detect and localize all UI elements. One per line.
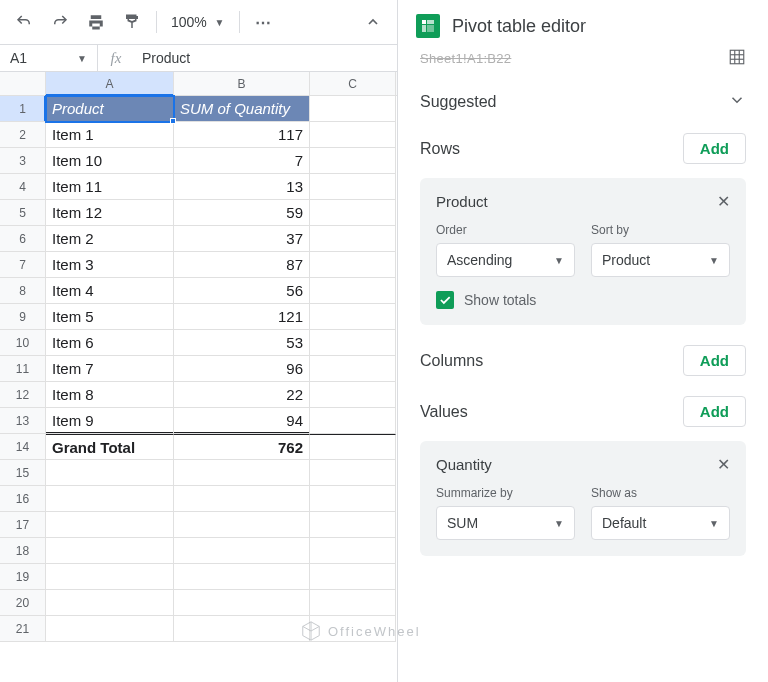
cell[interactable]: Item 6 bbox=[46, 330, 174, 356]
cell[interactable] bbox=[310, 122, 396, 148]
row-header[interactable]: 8 bbox=[0, 278, 46, 304]
row-header[interactable]: 19 bbox=[0, 564, 46, 590]
row-header[interactable]: 17 bbox=[0, 512, 46, 538]
redo-button[interactable] bbox=[44, 6, 76, 38]
sortby-select[interactable]: Product▼ bbox=[591, 243, 730, 277]
row-header[interactable]: 21 bbox=[0, 616, 46, 642]
cell[interactable] bbox=[310, 174, 396, 200]
cell[interactable]: 59 bbox=[174, 200, 310, 226]
row-header[interactable]: 9 bbox=[0, 304, 46, 330]
row-header[interactable]: 4 bbox=[0, 174, 46, 200]
showas-select[interactable]: Default▼ bbox=[591, 506, 730, 540]
zoom-select[interactable]: 100% ▼ bbox=[165, 8, 231, 36]
row-header[interactable]: 15 bbox=[0, 460, 46, 486]
cell[interactable] bbox=[174, 486, 310, 512]
row-header[interactable]: 16 bbox=[0, 486, 46, 512]
cell[interactable] bbox=[174, 590, 310, 616]
more-button[interactable]: ⋯ bbox=[248, 6, 280, 38]
cell[interactable] bbox=[310, 148, 396, 174]
show-totals-checkbox[interactable] bbox=[436, 291, 454, 309]
cell[interactable]: Item 9 bbox=[46, 408, 174, 434]
cell[interactable] bbox=[46, 564, 174, 590]
summarize-select[interactable]: SUM▼ bbox=[436, 506, 575, 540]
cell[interactable]: Grand Total bbox=[46, 434, 174, 460]
cell[interactable] bbox=[174, 512, 310, 538]
cell[interactable]: Item 5 bbox=[46, 304, 174, 330]
collapse-toolbar-button[interactable] bbox=[357, 6, 389, 38]
cell[interactable] bbox=[46, 538, 174, 564]
cell[interactable]: 94 bbox=[174, 408, 310, 434]
cell[interactable] bbox=[310, 330, 396, 356]
suggested-section[interactable]: Suggested bbox=[420, 91, 746, 113]
cell[interactable] bbox=[174, 564, 310, 590]
cell[interactable]: 96 bbox=[174, 356, 310, 382]
paint-format-button[interactable] bbox=[116, 6, 148, 38]
cell[interactable]: 13 bbox=[174, 174, 310, 200]
cell[interactable]: Item 10 bbox=[46, 148, 174, 174]
cell[interactable] bbox=[310, 252, 396, 278]
row-header[interactable]: 6 bbox=[0, 226, 46, 252]
cell[interactable] bbox=[310, 486, 396, 512]
cell[interactable] bbox=[310, 304, 396, 330]
close-icon[interactable]: ✕ bbox=[717, 455, 730, 474]
cell[interactable] bbox=[46, 486, 174, 512]
cell[interactable] bbox=[310, 590, 396, 616]
row-header[interactable]: 11 bbox=[0, 356, 46, 382]
row-header[interactable]: 14 bbox=[0, 434, 46, 460]
cell[interactable] bbox=[46, 590, 174, 616]
col-header-b[interactable]: B bbox=[174, 72, 310, 95]
cell[interactable] bbox=[310, 512, 396, 538]
cell[interactable] bbox=[310, 278, 396, 304]
col-header-c[interactable]: C bbox=[310, 72, 396, 95]
cell[interactable]: 7 bbox=[174, 148, 310, 174]
data-range[interactable]: Sheet1!A1:B22 bbox=[420, 51, 511, 66]
cell[interactable] bbox=[310, 226, 396, 252]
undo-button[interactable] bbox=[8, 6, 40, 38]
cell[interactable]: 56 bbox=[174, 278, 310, 304]
order-select[interactable]: Ascending▼ bbox=[436, 243, 575, 277]
cell[interactable]: Item 11 bbox=[46, 174, 174, 200]
close-icon[interactable]: ✕ bbox=[717, 192, 730, 211]
cell[interactable]: Item 2 bbox=[46, 226, 174, 252]
row-header[interactable]: 5 bbox=[0, 200, 46, 226]
name-box[interactable]: A1▼ bbox=[0, 45, 98, 71]
cell[interactable] bbox=[310, 200, 396, 226]
cell[interactable]: SUM of Quantity bbox=[174, 96, 310, 122]
cell[interactable] bbox=[46, 512, 174, 538]
select-range-icon[interactable] bbox=[728, 48, 746, 69]
cell[interactable] bbox=[310, 356, 396, 382]
cell[interactable] bbox=[46, 460, 174, 486]
cell[interactable] bbox=[310, 96, 396, 122]
cell[interactable] bbox=[310, 382, 396, 408]
cell[interactable]: 121 bbox=[174, 304, 310, 330]
cell[interactable] bbox=[310, 408, 396, 434]
cell[interactable] bbox=[174, 538, 310, 564]
cell[interactable]: 22 bbox=[174, 382, 310, 408]
cell[interactable] bbox=[46, 616, 174, 642]
cell[interactable]: Item 3 bbox=[46, 252, 174, 278]
cell[interactable]: Item 12 bbox=[46, 200, 174, 226]
row-header[interactable]: 10 bbox=[0, 330, 46, 356]
cell[interactable]: 53 bbox=[174, 330, 310, 356]
cell[interactable] bbox=[174, 460, 310, 486]
cell[interactable] bbox=[310, 434, 396, 460]
row-header[interactable]: 2 bbox=[0, 122, 46, 148]
cell[interactable] bbox=[310, 460, 396, 486]
cell[interactable] bbox=[174, 616, 310, 642]
add-values-button[interactable]: Add bbox=[683, 396, 746, 427]
cell[interactable] bbox=[310, 564, 396, 590]
row-header[interactable]: 20 bbox=[0, 590, 46, 616]
add-rows-button[interactable]: Add bbox=[683, 133, 746, 164]
cell[interactable]: Item 8 bbox=[46, 382, 174, 408]
cell[interactable]: 37 bbox=[174, 226, 310, 252]
row-header[interactable]: 3 bbox=[0, 148, 46, 174]
row-header[interactable]: 1 bbox=[0, 96, 46, 122]
cell[interactable] bbox=[310, 538, 396, 564]
cell[interactable]: 762 bbox=[174, 434, 310, 460]
cell[interactable]: Item 4 bbox=[46, 278, 174, 304]
row-header[interactable]: 13 bbox=[0, 408, 46, 434]
formula-input[interactable]: Product bbox=[134, 50, 397, 66]
cell[interactable]: Item 1 bbox=[46, 122, 174, 148]
add-columns-button[interactable]: Add bbox=[683, 345, 746, 376]
col-header-a[interactable]: A bbox=[46, 72, 174, 95]
